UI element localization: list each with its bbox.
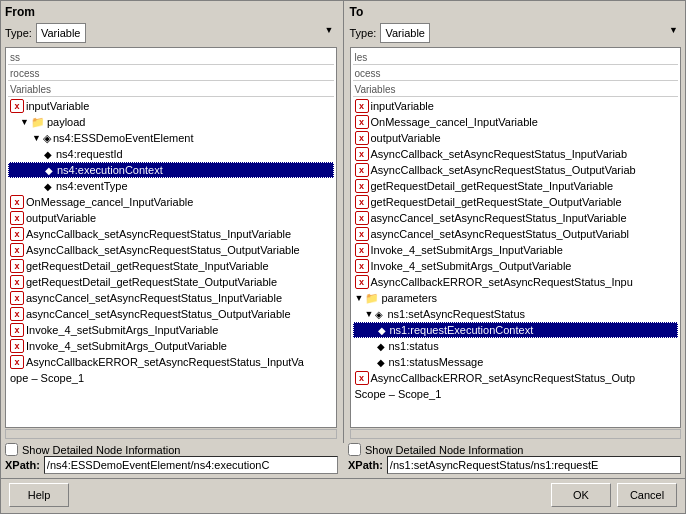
to-item-asyncerror[interactable]: x AsyncCallbackERROR_setAsyncRequestStat…	[353, 274, 679, 290]
to-title: To	[350, 5, 682, 19]
from-item-scope1[interactable]: ope – Scope_1	[8, 370, 334, 386]
to-tree-inner: les ocess Variables x inputVariable x On…	[351, 48, 681, 404]
top-panels: From Type: Variable ss rocess Variables	[1, 1, 685, 443]
var-icon: x	[10, 307, 24, 321]
from-item-label: ns4:ESSDemoEventElement	[53, 132, 194, 144]
from-hscroll[interactable]	[5, 429, 337, 439]
var-icon: x	[10, 99, 24, 113]
var-icon: x	[355, 275, 369, 289]
cancel-button[interactable]: Cancel	[617, 483, 677, 507]
diamond-icon: ◆	[377, 341, 385, 352]
to-item-label: Scope – Scope_1	[355, 388, 442, 400]
to-item-ns1setasync[interactable]: ▼ ◈ ns1:setAsyncRequestStatus	[353, 306, 679, 322]
to-show-detail-label: Show Detailed Node Information	[365, 444, 523, 456]
help-button[interactable]: Help	[9, 483, 69, 507]
from-type-select[interactable]: Variable	[36, 23, 86, 43]
to-show-detail-checkbox[interactable]	[348, 443, 361, 456]
diamond-icon: ◆	[377, 357, 385, 368]
to-xpath-label: XPath:	[348, 459, 383, 471]
from-item-ns4eventtype[interactable]: ◆ ns4:eventType	[8, 178, 334, 194]
from-item-invoke4-out[interactable]: x Invoke_4_setSubmitArgs_OutputVariable	[8, 338, 334, 354]
to-item-asynccb-out[interactable]: x AsyncCallback_setAsyncRequestStatus_Ou…	[353, 162, 679, 178]
main-dialog: From Type: Variable ss rocess Variables	[0, 0, 686, 514]
to-item-label: inputVariable	[371, 100, 434, 112]
to-item-label: AsyncCallback_setAsyncRequestStatus_Inpu…	[371, 148, 628, 160]
to-item-asynccb-in[interactable]: x AsyncCallback_setAsyncRequestStatus_In…	[353, 146, 679, 162]
to-variables-label: Variables	[353, 82, 679, 97]
diamond-icon: ◆	[45, 165, 53, 176]
to-item-asyncerror2[interactable]: x AsyncCallbackERROR_setAsyncRequestStat…	[353, 370, 679, 386]
from-item-label: payload	[47, 116, 86, 128]
from-item-label: asyncCancel_setAsyncRequestStatus_Output…	[26, 308, 291, 320]
from-item-outputvar[interactable]: x outputVariable	[8, 210, 334, 226]
to-item-ns1status[interactable]: ◆ ns1:status	[353, 338, 679, 354]
from-item-label: getRequestDetail_getRequestState_OutputV…	[26, 276, 277, 288]
from-item-ns4execContext[interactable]: ◆ ns4:executionContext	[8, 162, 334, 178]
to-item-ns1reqexec[interactable]: ◆ ns1:requestExecutionContext	[353, 322, 679, 338]
ok-button[interactable]: OK	[551, 483, 611, 507]
to-item-ns1statusmsg[interactable]: ◆ ns1:statusMessage	[353, 354, 679, 370]
var-icon: x	[355, 179, 369, 193]
to-item-getreq-in[interactable]: x getRequestDetail_getRequestState_Input…	[353, 178, 679, 194]
to-type-select[interactable]: Variable	[380, 23, 430, 43]
from-item-onmessage[interactable]: x OnMessage_cancel_InputVariable	[8, 194, 334, 210]
from-item-inputVariable[interactable]: x inputVariable	[8, 98, 334, 114]
to-item-asynccancel-in[interactable]: x asyncCancel_setAsyncRequestStatus_Inpu…	[353, 210, 679, 226]
to-item-scope1[interactable]: Scope – Scope_1	[353, 386, 679, 402]
var-icon: x	[355, 99, 369, 113]
var-icon: x	[10, 339, 24, 353]
to-item-label: outputVariable	[371, 132, 441, 144]
from-show-detail-checkbox[interactable]	[5, 443, 18, 456]
to-item-asynccancel-out[interactable]: x asyncCancel_setAsyncRequestStatus_Outp…	[353, 226, 679, 242]
from-tree[interactable]: ss rocess Variables x inputVariable ▼ 📁	[5, 47, 337, 428]
var-icon: x	[10, 291, 24, 305]
button-row: Help OK Cancel	[1, 478, 685, 513]
from-item-asynccancel-out[interactable]: x asyncCancel_setAsyncRequestStatus_Outp…	[8, 306, 334, 322]
from-item-asynccancel-in[interactable]: x asyncCancel_setAsyncRequestStatus_Inpu…	[8, 290, 334, 306]
from-item-invoke4-in[interactable]: x Invoke_4_setSubmitArgs_InputVariable	[8, 322, 334, 338]
from-item-label: ns4:eventType	[56, 180, 128, 192]
to-type-select-wrapper[interactable]: Variable	[380, 23, 681, 43]
to-hscroll[interactable]	[350, 429, 682, 439]
var-icon: x	[355, 147, 369, 161]
from-item-ns4demo[interactable]: ▼ ◈ ns4:ESSDemoEventElement	[8, 130, 334, 146]
from-item-getreq-out[interactable]: x getRequestDetail_getRequestState_Outpu…	[8, 274, 334, 290]
from-item-label: outputVariable	[26, 212, 96, 224]
to-header1: les	[353, 50, 679, 65]
from-item-asyncerror[interactable]: x AsyncCallbackERROR_setAsyncRequestStat…	[8, 354, 334, 370]
from-xpath-input[interactable]	[44, 456, 338, 474]
to-item-label: AsyncCallback_setAsyncRequestStatus_Outp…	[371, 164, 636, 176]
from-item-ns4requestid[interactable]: ◆ ns4:requestId	[8, 146, 334, 162]
to-item-parameters[interactable]: ▼ 📁 parameters	[353, 290, 679, 306]
to-item-getreq-out[interactable]: x getRequestDetail_getRequestState_Outpu…	[353, 194, 679, 210]
var-icon: x	[355, 371, 369, 385]
from-type-label: Type:	[5, 27, 32, 39]
to-checkbox-row: Show Detailed Node Information	[348, 443, 681, 456]
to-item-label: parameters	[381, 292, 437, 304]
from-item-label: ope – Scope_1	[10, 372, 84, 384]
to-xpath-input[interactable]	[387, 456, 681, 474]
to-item-invoke4-in[interactable]: x Invoke_4_setSubmitArgs_InputVariable	[353, 242, 679, 258]
from-header2: rocess	[8, 66, 334, 81]
from-item-getreq-in[interactable]: x getRequestDetail_getRequestState_Input…	[8, 258, 334, 274]
from-variables-label: Variables	[8, 82, 334, 97]
to-tree[interactable]: les ocess Variables x inputVariable x On…	[350, 47, 682, 428]
to-item-outputvar[interactable]: x outputVariable	[353, 130, 679, 146]
var-icon: x	[355, 227, 369, 241]
var-icon: x	[10, 195, 24, 209]
to-item-onmessage[interactable]: x OnMessage_cancel_InputVariable	[353, 114, 679, 130]
folder-icon: 📁	[365, 292, 379, 305]
to-item-invoke4-out[interactable]: x Invoke_4_setSubmitArgs_OutputVariable	[353, 258, 679, 274]
expand-icon: ▼	[20, 117, 29, 127]
from-item-asynccb-out[interactable]: x AsyncCallback_setAsyncRequestStatus_Ou…	[8, 242, 334, 258]
from-type-select-wrapper[interactable]: Variable	[36, 23, 337, 43]
folder-icon: 📁	[31, 116, 45, 129]
to-item-label: asyncCancel_setAsyncRequestStatus_InputV…	[371, 212, 627, 224]
from-item-asynccb-in[interactable]: x AsyncCallback_setAsyncRequestStatus_In…	[8, 226, 334, 242]
from-item-payload[interactable]: ▼ 📁 payload	[8, 114, 334, 130]
to-item-inputVariable[interactable]: x inputVariable	[353, 98, 679, 114]
to-xpath-row: XPath:	[348, 456, 681, 474]
from-item-label: asyncCancel_setAsyncRequestStatus_InputV…	[26, 292, 282, 304]
var-icon: x	[10, 211, 24, 225]
var-icon: x	[10, 275, 24, 289]
